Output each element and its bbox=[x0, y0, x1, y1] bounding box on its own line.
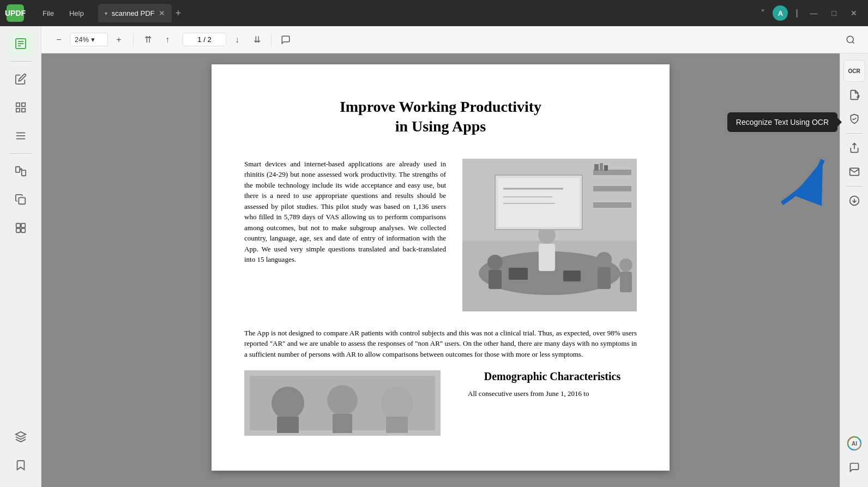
nav-first-button[interactable]: ⇈ bbox=[139, 31, 156, 49]
pdf-text-block-1: Smart devices and internet-based applica… bbox=[244, 159, 446, 311]
share-button[interactable] bbox=[843, 137, 865, 159]
sidebar-bottom bbox=[8, 424, 34, 483]
sidebar-icon-copy[interactable] bbox=[8, 187, 34, 213]
titlebar: UPDF File Help ▾ scanned PDF ✕ + ˅ A | —… bbox=[0, 0, 868, 26]
toolbar-sep-2 bbox=[271, 33, 272, 46]
svg-rect-23 bbox=[593, 170, 631, 175]
chat-button[interactable] bbox=[843, 456, 865, 478]
sidebar-icon-layers[interactable] bbox=[8, 424, 34, 450]
sidebar-icon-edit[interactable] bbox=[8, 66, 34, 92]
ocr-button[interactable]: OCR bbox=[843, 60, 865, 82]
menu-file[interactable]: File bbox=[37, 7, 59, 20]
svg-point-51 bbox=[381, 387, 413, 419]
svg-rect-17 bbox=[21, 229, 25, 232]
svg-point-49 bbox=[327, 385, 358, 416]
page-input[interactable] bbox=[183, 33, 226, 46]
svg-line-55 bbox=[853, 118, 856, 119]
nav-next-button[interactable]: ↓ bbox=[228, 31, 246, 49]
minimize-button[interactable]: — bbox=[806, 7, 822, 20]
svg-rect-16 bbox=[16, 229, 20, 232]
email-button[interactable] bbox=[843, 161, 865, 183]
svg-marker-18 bbox=[15, 432, 25, 437]
sidebar-icon-reader[interactable] bbox=[8, 31, 34, 57]
menu-help[interactable]: Help bbox=[64, 7, 89, 20]
logo-box: UPDF bbox=[7, 4, 24, 22]
right-sidebar-divider-2 bbox=[846, 186, 863, 187]
svg-rect-50 bbox=[333, 414, 352, 433]
right-sidebar-divider-1 bbox=[846, 133, 863, 134]
svg-rect-37 bbox=[620, 272, 632, 292]
ai-button[interactable]: AI bbox=[843, 432, 865, 454]
zoom-out-button[interactable]: − bbox=[50, 31, 68, 49]
pdf-paragraph3: All consecutive users from June 1, 2016 … bbox=[468, 388, 637, 399]
app-logo: UPDF bbox=[7, 4, 24, 22]
logo-text: UPDF bbox=[5, 9, 26, 17]
svg-rect-41 bbox=[498, 178, 580, 227]
svg-rect-14 bbox=[16, 224, 20, 227]
svg-point-36 bbox=[619, 258, 632, 272]
chevron-down-icon[interactable]: ˅ bbox=[758, 6, 767, 21]
svg-rect-28 bbox=[604, 165, 608, 171]
svg-rect-6 bbox=[16, 109, 19, 112]
sidebar-divider-1 bbox=[10, 61, 32, 62]
tab-title: scanned PDF bbox=[112, 9, 155, 17]
conference-image-svg bbox=[462, 159, 637, 311]
sidebar-icon-convert[interactable] bbox=[8, 158, 34, 184]
pdf-second-content: Demographic Characteristics All consecut… bbox=[244, 370, 637, 438]
zoom-selector[interactable]: 24% ▾ bbox=[70, 33, 108, 46]
sidebar-icon-organize[interactable] bbox=[8, 94, 34, 121]
right-sidebar: Recognize Text Using OCR OCR bbox=[840, 53, 868, 487]
svg-rect-12 bbox=[21, 170, 25, 176]
pdf-image-2 bbox=[244, 370, 441, 436]
separator-icon: | bbox=[793, 6, 800, 20]
protect-button[interactable] bbox=[843, 108, 865, 130]
search-button[interactable] bbox=[842, 31, 859, 49]
pdf-viewer[interactable]: Improve Working Productivity in Using Ap… bbox=[41, 53, 840, 487]
svg-rect-27 bbox=[600, 163, 603, 171]
pdf-paragraph1: Smart devices and internet-based applica… bbox=[244, 160, 446, 264]
svg-rect-35 bbox=[598, 267, 611, 289]
tab-dropdown-icon[interactable]: ▾ bbox=[105, 10, 107, 16]
sidebar-icon-bookmark[interactable] bbox=[8, 452, 34, 478]
convert-pdf-button[interactable] bbox=[843, 84, 865, 106]
comment-button[interactable] bbox=[277, 31, 294, 49]
sidebar-icon-list[interactable] bbox=[8, 123, 34, 149]
svg-rect-33 bbox=[539, 244, 555, 271]
svg-point-19 bbox=[847, 36, 853, 43]
svg-point-34 bbox=[596, 252, 612, 267]
svg-rect-5 bbox=[21, 103, 25, 106]
main-area: − 24% ▾ + ⇈ ↑ ↓ ⇊ bbox=[0, 26, 868, 487]
svg-rect-7 bbox=[21, 109, 25, 112]
toolbar: − 24% ▾ + ⇈ ↑ ↓ ⇊ bbox=[41, 26, 868, 53]
sidebar-icon-stamp[interactable] bbox=[8, 215, 34, 241]
new-tab-button[interactable]: + bbox=[175, 8, 181, 19]
pdf-main-content: Smart devices and internet-based applica… bbox=[244, 159, 637, 311]
compress-button[interactable] bbox=[843, 190, 865, 212]
maximize-button[interactable]: □ bbox=[828, 7, 841, 20]
sidebar-divider-2 bbox=[10, 153, 32, 154]
tab-scanned-pdf[interactable]: ▾ scanned PDF ✕ bbox=[98, 4, 172, 22]
tab-close-button[interactable]: ✕ bbox=[159, 9, 165, 17]
svg-rect-15 bbox=[21, 224, 25, 227]
tab-bar: ▾ scanned PDF ✕ + bbox=[98, 4, 755, 22]
svg-rect-11 bbox=[15, 167, 19, 172]
content-area: Improve Working Productivity in Using Ap… bbox=[41, 53, 868, 487]
nav-last-button[interactable]: ⇊ bbox=[248, 31, 266, 49]
pdf-image-conference bbox=[462, 159, 637, 311]
svg-point-47 bbox=[272, 387, 304, 419]
svg-rect-38 bbox=[509, 268, 528, 280]
svg-rect-52 bbox=[386, 417, 408, 433]
zoom-dropdown-icon: ▾ bbox=[91, 35, 95, 44]
close-button[interactable]: ✕ bbox=[846, 7, 861, 20]
svg-point-30 bbox=[487, 255, 503, 270]
pdf-page: Improve Working Productivity in Using Ap… bbox=[212, 64, 670, 471]
avatar[interactable]: A bbox=[773, 5, 788, 21]
zoom-in-button[interactable]: + bbox=[110, 31, 128, 49]
svg-rect-24 bbox=[593, 186, 631, 191]
svg-rect-4 bbox=[16, 103, 19, 106]
ocr-icon-text: OCR bbox=[848, 68, 860, 74]
nav-prev-button[interactable]: ↑ bbox=[159, 31, 176, 49]
pdf-title: Improve Working Productivity in Using Ap… bbox=[244, 97, 637, 137]
titlebar-right: ˅ A | — □ ✕ bbox=[758, 5, 861, 21]
pdf-paragraph2: The App is not designed to compare AR pa… bbox=[244, 328, 637, 360]
